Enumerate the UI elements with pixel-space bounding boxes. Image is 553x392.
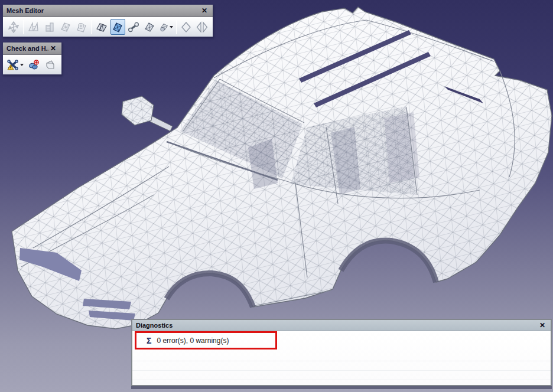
check-heal-buttons <box>3 55 61 74</box>
project-mesh-icon <box>28 21 40 33</box>
remesh-surface-icon <box>60 21 71 33</box>
move-mesh-button[interactable] <box>6 19 21 35</box>
mesh-editor-toolbar: Mesh Editor ✕ <box>2 4 213 37</box>
dropdown-caret-icon <box>20 64 24 66</box>
heal-add-icon <box>28 59 40 71</box>
row-separator <box>132 361 551 361</box>
move-mesh-icon <box>8 21 19 33</box>
diagnostics-titlebar[interactable]: Diagnostics ✕ <box>132 320 551 331</box>
car-body <box>12 7 552 329</box>
refine-mesh-button[interactable] <box>74 19 89 35</box>
mesh-editor-buttons <box>3 17 213 37</box>
surface-mode-icon <box>44 59 56 71</box>
row-separator <box>132 380 551 380</box>
refine-mesh-icon <box>76 21 87 33</box>
diagnostics-panel: Diagnostics ✕ Σ 0 error(s), 0 warning(s) <box>131 319 552 386</box>
diagnostics-title: Diagnostics <box>136 322 538 329</box>
sigma-icon: Σ <box>147 336 151 345</box>
smooth-mesh-icon <box>159 21 168 33</box>
toolbar-separator <box>23 20 24 34</box>
extrude-mesh-button[interactable] <box>42 19 57 35</box>
fill-hole-icon <box>112 21 123 33</box>
row-separator <box>132 370 551 371</box>
diagnostics-summary-row[interactable]: Σ 0 error(s), 0 warning(s) <box>132 332 229 349</box>
collapse-element-icon <box>144 21 155 33</box>
check-heal-title: Check and H... <box>6 45 48 52</box>
mesh-overlap-check-icon <box>96 21 108 33</box>
extrude-mesh-icon <box>44 21 56 33</box>
fill-hole-button[interactable] <box>110 19 125 35</box>
side-mirror <box>122 96 173 131</box>
application-viewport: Mesh Editor ✕ <box>0 0 553 392</box>
surface-mode-button[interactable] <box>43 57 58 73</box>
orient-normal-icon <box>180 21 192 33</box>
mesh-editor-titlebar[interactable]: Mesh Editor ✕ <box>3 5 213 17</box>
check-heal-titlebar[interactable]: Check and H... ✕ <box>3 43 61 55</box>
flip-normals-icon <box>196 21 208 33</box>
bridge-edges-button[interactable] <box>126 19 141 35</box>
mesh-editor-title: Mesh Editor <box>6 7 200 14</box>
smooth-mesh-button[interactable] <box>158 19 174 35</box>
remesh-surface-button[interactable] <box>58 19 73 35</box>
bridge-edges-icon <box>128 21 139 33</box>
toolbar-separator <box>176 20 177 34</box>
check-mesh-button[interactable] <box>6 57 25 73</box>
diagnostics-body: Σ 0 error(s), 0 warning(s) <box>132 331 551 385</box>
close-icon[interactable]: ✕ <box>538 321 547 329</box>
orient-normal-button[interactable] <box>179 19 194 35</box>
flip-normals-button[interactable] <box>195 19 210 35</box>
project-mesh-button[interactable] <box>26 19 41 35</box>
toolbar-separator <box>91 20 92 34</box>
heal-add-button[interactable] <box>26 57 41 73</box>
dropdown-caret-icon <box>170 26 173 28</box>
collapse-element-button[interactable] <box>142 19 157 35</box>
check-heal-toolbar: Check and H... ✕ <box>2 42 62 75</box>
diagnostics-summary-text: 0 error(s), 0 warning(s) <box>157 337 229 345</box>
close-icon[interactable]: ✕ <box>48 44 58 53</box>
check-mesh-icon <box>7 59 19 71</box>
mesh-overlap-check-button[interactable] <box>94 19 109 35</box>
close-icon[interactable]: ✕ <box>200 6 209 15</box>
